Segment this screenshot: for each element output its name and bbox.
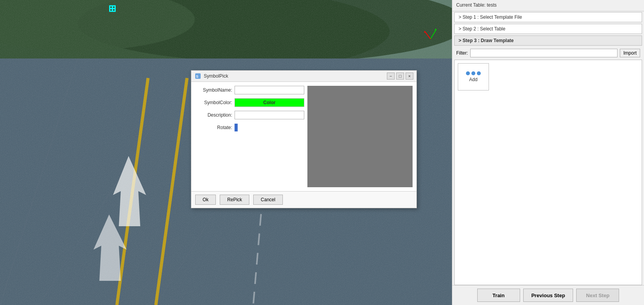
description-row: Description:: [195, 111, 304, 119]
symbol-name-input[interactable]: [235, 86, 304, 94]
rotate-row: Rotate:: [195, 123, 304, 132]
rotate-label: Rotate:: [195, 125, 232, 130]
step-2-item[interactable]: > Step 2 : Select Table: [454, 24, 642, 34]
maximize-button[interactable]: □: [396, 73, 404, 80]
dot-3: [477, 71, 481, 75]
import-button[interactable]: Import: [620, 49, 640, 57]
map-area: ⊞ S SymbolPick − □ ×: [0, 0, 452, 305]
step-3-item[interactable]: > Step 3 : Draw Template: [454, 35, 642, 46]
next-step-button[interactable]: Next Step: [576, 289, 619, 302]
filter-row: Filter: Import: [452, 46, 644, 60]
cancel-button[interactable]: Cancel: [253, 195, 282, 205]
add-symbol-card[interactable]: Add: [458, 63, 489, 90]
description-label: Description:: [195, 112, 232, 118]
symbol-color-label: SymbolColor:: [195, 100, 232, 105]
right-panel: Current Table: tests > Step 1 : Select T…: [452, 0, 644, 305]
dialog-titlebar: S SymbolPick − □ ×: [191, 71, 416, 82]
bottom-buttons: Train Previous Step Next Step: [452, 285, 644, 305]
symbols-area: Add: [454, 60, 642, 285]
minimize-button[interactable]: −: [387, 73, 395, 80]
description-input[interactable]: [235, 111, 304, 119]
dialog-title: SymbolPick: [204, 73, 387, 79]
repick-button[interactable]: RePick: [220, 195, 249, 205]
add-label: Add: [469, 77, 477, 82]
dialog-body: SymbolName: SymbolColor: Color Descripti…: [191, 82, 416, 191]
filter-input[interactable]: [470, 49, 618, 57]
dialog-window-controls: − □ ×: [387, 73, 413, 80]
symbol-pick-dialog: S SymbolPick − □ × SymbolName: Sym: [191, 70, 417, 208]
dialog-app-icon: S: [194, 73, 201, 80]
step-2-label: > Step 2 : Select Table: [459, 26, 505, 32]
dialog-footer: Ok RePick Cancel: [191, 191, 416, 208]
dot-1: [466, 71, 470, 75]
step-3-label: > Step 3 : Draw Template: [459, 38, 514, 43]
rotate-bar: [235, 124, 238, 131]
svg-line-15: [431, 29, 436, 39]
dialog-form: SymbolName: SymbolColor: Color Descripti…: [195, 86, 304, 187]
symbol-preview-area: [307, 86, 413, 187]
current-table-label: Current Table:: [456, 2, 485, 8]
symbol-name-row: SymbolName:: [195, 86, 304, 94]
step-1-item[interactable]: > Step 1 : Select Template File: [454, 12, 642, 22]
dot-2: [471, 71, 475, 75]
rotate-preview: [235, 123, 304, 132]
svg-text:S: S: [196, 74, 198, 78]
filter-label: Filter:: [456, 50, 468, 56]
axes-indicator: [423, 25, 438, 41]
current-table-line: Current Table: tests: [456, 2, 640, 8]
panel-header: Current Table: tests: [452, 0, 644, 11]
current-table-value: tests: [487, 2, 497, 8]
add-symbol-dots: [466, 71, 481, 75]
close-button[interactable]: ×: [406, 73, 413, 80]
crosshair-icon: ⊞: [108, 3, 116, 14]
previous-step-button[interactable]: Previous Step: [523, 289, 573, 302]
ok-button[interactable]: Ok: [195, 195, 216, 205]
symbol-color-row: SymbolColor: Color: [195, 98, 304, 107]
step-1-label: > Step 1 : Select Template File: [459, 14, 522, 20]
train-button[interactable]: Train: [477, 289, 520, 302]
symbol-name-label: SymbolName:: [195, 87, 232, 93]
symbol-color-button[interactable]: Color: [235, 98, 304, 107]
